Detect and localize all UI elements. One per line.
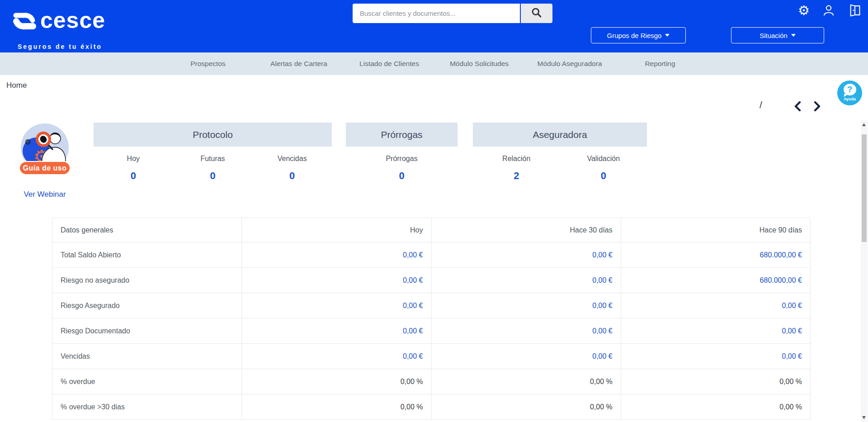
row-value[interactable]: 0,00 € (431, 268, 621, 293)
row-label: Vencidas (52, 344, 242, 369)
card-aseguradora: Aseguradora Relación 2 Validación 0 (473, 123, 647, 182)
search-button[interactable] (521, 4, 552, 23)
help-ayuda-button[interactable]: ? Ayuda (837, 81, 862, 105)
card-protocolo: Protocolo Hoy 0 Futuras 0 Vencidas 0 (94, 123, 332, 182)
column-header: Hace 90 días (621, 218, 810, 242)
row-label: % overdue (52, 369, 242, 394)
table-row: % overdue >30 dias0,00 %0,00 %0,00 % (52, 394, 811, 420)
row-value[interactable]: 0,00 € (431, 344, 621, 369)
table-row: Total Saldo Abierto0,00 €0,00 €680.000,0… (52, 242, 811, 268)
scrollbar-thumb[interactable] (862, 134, 867, 242)
nav-item-listado-de-clientes[interactable]: Listado de Clientes (359, 52, 419, 75)
help-label: Ayuda (844, 97, 856, 101)
row-value: 0,00 % (431, 394, 621, 420)
stat-label: Prórrogas (346, 155, 458, 163)
logout-door-icon[interactable] (848, 4, 862, 17)
top-header: cesce Seguros de tu éxito ⚙ (0, 0, 868, 52)
svg-text:⚙: ⚙ (24, 138, 31, 147)
situacion-dropdown[interactable]: Situación (731, 27, 824, 43)
column-header: Datos generales (52, 218, 242, 242)
column-header: Hace 30 días (431, 218, 621, 242)
stat-value[interactable]: 0 (560, 170, 647, 182)
row-value: 0,00 % (242, 394, 431, 420)
table-header-row: Datos generalesHoyHace 30 díasHace 90 dí… (52, 218, 811, 242)
row-value[interactable]: 0,00 € (431, 242, 621, 268)
row-value[interactable]: 0,00 € (242, 242, 431, 268)
table-row: Riesgo no asegurado0,00 €0,00 €680.000,0… (52, 268, 811, 293)
search-input[interactable] (353, 4, 520, 23)
datos-generales-table: Datos generalesHoyHace 30 díasHace 90 dí… (52, 218, 811, 420)
row-label: % overdue >30 dias (52, 394, 242, 420)
user-profile-icon[interactable] (822, 4, 835, 17)
main-nav: Prospectos Alertas de Cartera Listado de… (0, 52, 868, 75)
brand-logo[interactable]: cesce (12, 6, 105, 37)
table-row: Vencidas0,00 €0,00 €0,00 € (52, 344, 811, 369)
row-value[interactable]: 0,00 € (621, 344, 810, 369)
card-prorrogas-title: Prórrogas (346, 123, 458, 147)
table-row: Riesgo Documentado0,00 €0,00 €0,00 € (52, 318, 811, 344)
brand-name: cesce (40, 6, 105, 34)
table-row: % overdue0,00 %0,00 %0,00 % (52, 369, 811, 394)
pager-separator: / (760, 100, 762, 110)
stat-label: Futuras (173, 155, 253, 163)
grupos-de-riesgo-label: Grupos de Riesgo (607, 32, 662, 39)
nav-item-modulo-solicitudes[interactable]: Módulo Solicitudes (450, 52, 509, 75)
stat-value[interactable]: 0 (252, 170, 332, 182)
stat-relacion: Relación 2 (473, 155, 560, 182)
row-value[interactable]: 0,00 € (242, 268, 431, 293)
nav-item-reporting[interactable]: Reporting (645, 52, 675, 75)
nav-item-prospectos[interactable]: Prospectos (190, 52, 226, 75)
search-icon (531, 7, 542, 20)
stat-value[interactable]: 2 (473, 170, 560, 182)
grupos-de-riesgo-dropdown[interactable]: Grupos de Riesgo (591, 27, 686, 43)
nav-item-modulo-aseguradora[interactable]: Módulo Aseguradora (537, 52, 602, 75)
row-value[interactable]: 680.000,00 € (621, 268, 810, 293)
card-protocolo-title: Protocolo (94, 123, 332, 147)
stat-label: Vencidas (252, 155, 332, 163)
row-value[interactable]: 0,00 € (242, 344, 431, 369)
stat-label: Relación (473, 155, 560, 163)
stat-label: Validación (560, 155, 647, 163)
row-value: 0,00 % (621, 369, 810, 394)
row-label: Riesgo Documentado (52, 318, 242, 344)
row-value[interactable]: 0,00 € (242, 293, 431, 318)
row-label: Total Saldo Abierto (52, 242, 242, 268)
stat-value[interactable]: 0 (94, 170, 173, 182)
stat-prorrogas: Prórrogas 0 (346, 155, 458, 182)
guide-badge: Guía de uso (19, 161, 71, 175)
carousel-next-button[interactable] (811, 100, 823, 112)
stat-value[interactable]: 0 (346, 170, 458, 182)
table-row: Riesgo Asegurado0,00 €0,00 €0,00 € (52, 293, 811, 318)
row-value[interactable]: 0,00 € (431, 318, 621, 344)
stat-futuras: Futuras 0 (173, 155, 253, 182)
chevron-down-icon (791, 34, 796, 37)
stat-vencidas: Vencidas 0 (252, 155, 332, 182)
column-header: Hoy (242, 218, 431, 242)
stat-hoy: Hoy 0 (94, 155, 173, 182)
stat-validacion: Validación 0 (560, 155, 647, 182)
global-search (353, 4, 552, 23)
row-value[interactable]: 0,00 € (431, 293, 621, 318)
scroll-down-arrow-icon[interactable] (862, 416, 866, 419)
brand-tagline: Seguros de tu éxito (18, 43, 102, 50)
card-prorrogas: Prórrogas Prórrogas 0 (346, 123, 458, 182)
carousel-prev-button[interactable] (792, 100, 804, 112)
vertical-scrollbar[interactable] (861, 120, 868, 422)
app-root: cesce Seguros de tu éxito ⚙ (0, 0, 868, 422)
question-mark: ? (847, 85, 853, 95)
row-value: 0,00 % (242, 369, 431, 394)
chevron-down-icon (665, 34, 670, 37)
card-aseguradora-title: Aseguradora (473, 123, 647, 147)
guia-de-uso-widget[interactable]: ⚙ ⚙ Guía de uso (17, 121, 72, 178)
ver-webinar-link[interactable]: Ver Webinar (17, 190, 72, 199)
row-value[interactable]: 680.000,00 € (621, 242, 810, 268)
settings-gear-icon[interactable]: ⚙ (797, 4, 811, 17)
scroll-up-arrow-icon[interactable] (862, 123, 866, 126)
row-value[interactable]: 0,00 € (242, 318, 431, 344)
row-value[interactable]: 0,00 € (621, 318, 810, 344)
row-label: Riesgo Asegurado (52, 293, 242, 318)
nav-item-alertas-de-cartera[interactable]: Alertas de Cartera (270, 52, 327, 75)
stat-value[interactable]: 0 (173, 170, 253, 182)
row-value[interactable]: 0,00 € (621, 293, 810, 318)
breadcrumb: Home (6, 81, 27, 90)
